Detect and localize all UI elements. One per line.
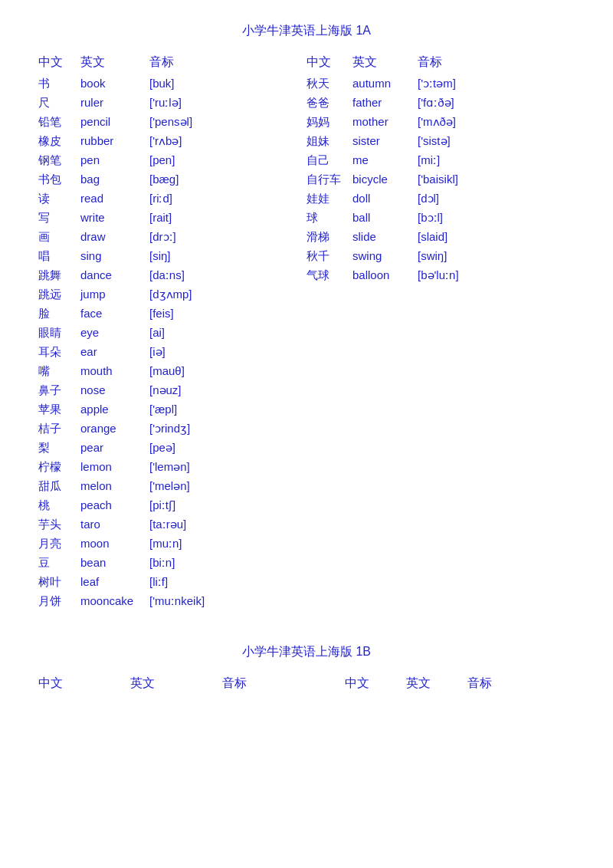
header-row-right: 中文 英文 音标: [306, 54, 575, 71]
vocab-zh: 唱: [38, 249, 80, 264]
vocab-en: read: [80, 192, 149, 205]
list-item: 跳远 jump [dʒʌmp]: [38, 288, 306, 302]
vocab-zh: 读: [38, 192, 80, 206]
list-item: 眼睛 eye [ai]: [38, 326, 306, 340]
list-item: 滑梯 slide [slaid]: [306, 230, 575, 245]
1b-header-en-right: 英文: [406, 676, 467, 692]
vocab-ph: ['ɔːtəm]: [418, 77, 456, 90]
vocab-zh: 脸: [38, 307, 80, 321]
vocab-zh: 娃娃: [306, 192, 352, 206]
vocab-en: melon: [80, 479, 149, 492]
vocab-zh: 树叶: [38, 575, 80, 590]
vocab-ph: [buk]: [149, 77, 175, 90]
vocab-en: balloon: [352, 268, 418, 281]
vocab-zh: 铅笔: [38, 115, 80, 130]
list-item: 钢笔 pen [pen]: [38, 153, 306, 168]
vocab-ph: [piːtʃ]: [149, 498, 175, 512]
vocab-en: doll: [352, 192, 418, 205]
vocab-zh: 滑梯: [306, 230, 352, 245]
list-item: 画 draw [drɔː]: [38, 230, 306, 245]
list-item: 秋天 autumn ['ɔːtəm]: [306, 77, 575, 91]
vocab-ph: [muːn]: [149, 537, 182, 551]
vocab-en: pen: [80, 153, 149, 166]
vocab-zh: 跳舞: [38, 268, 80, 283]
list-item: 脸 face [feis]: [38, 307, 306, 321]
vocab-ph: ['fɑːðə]: [418, 96, 454, 110]
list-item: 桃 peach [piːtʃ]: [38, 498, 306, 513]
list-item: 甜瓜 melon ['melən]: [38, 479, 306, 494]
vocab-ph: [biːn]: [149, 556, 175, 570]
list-item: 秋千 swing [swiŋ]: [306, 249, 575, 264]
vocab-ph: [daːns]: [149, 268, 185, 282]
header-ph-left: 音标: [149, 54, 174, 71]
vocab-en: face: [80, 307, 149, 320]
vocab-zh: 月亮: [38, 537, 80, 551]
header-row-left: 中文 英文 音标: [38, 54, 306, 71]
list-item: 读 read [riːd]: [38, 192, 306, 206]
vocab-en: rubber: [80, 134, 149, 147]
1b-header-zh-left: 中文: [38, 676, 130, 692]
vocab-en: jump: [80, 288, 149, 301]
vocab-en: autumn: [352, 77, 418, 90]
list-item: 球 ball [bɔːl]: [306, 211, 575, 225]
vocab-en: mother: [352, 115, 418, 128]
vocab-en: mouth: [80, 364, 149, 377]
vocab-en: draw: [80, 230, 149, 243]
vocab-zh: 画: [38, 230, 80, 245]
vocab-ph: [dʒʌmp]: [149, 288, 192, 301]
vocab-ph: [pen]: [149, 153, 175, 166]
page-title-1a: 小学牛津英语上海版 1A: [38, 23, 575, 39]
left-vocab-list: 书 book [buk] 尺 ruler ['ruːlə] 铅笔 pencil …: [38, 77, 306, 609]
vocab-ph: [rait]: [149, 211, 172, 224]
list-item: 苹果 apple ['æpl]: [38, 403, 306, 417]
vocab-ph: [peə]: [149, 441, 175, 455]
vocab-zh: 甜瓜: [38, 479, 80, 494]
vocab-ph: ['ɔrindʒ]: [149, 422, 190, 436]
vocab-en: mooncake: [80, 594, 149, 607]
vocab-ph: [slaid]: [418, 230, 447, 243]
vocab-ph: [ai]: [149, 326, 165, 339]
vocab-zh: 爸爸: [306, 96, 352, 110]
1b-header-ph-left: 音标: [222, 676, 345, 692]
vocab-zh: 尺: [38, 96, 80, 110]
right-column: 中文 英文 音标 秋天 autumn ['ɔːtəm] 爸爸 father ['…: [306, 54, 575, 613]
vocab-en: book: [80, 77, 149, 90]
vocab-en: lemon: [80, 460, 149, 473]
vocab-en: bean: [80, 556, 149, 569]
list-item: 自己 me [miː]: [306, 153, 575, 168]
vocab-zh: 桃: [38, 498, 80, 513]
vocab-ph: [dɔl]: [418, 192, 439, 205]
list-item: 梨 pear [peə]: [38, 441, 306, 455]
vocab-zh: 钢笔: [38, 153, 80, 168]
list-item: 柠檬 lemon ['lemən]: [38, 460, 306, 475]
list-item: 自行车 bicycle ['baisikl]: [306, 173, 575, 187]
vocab-en: moon: [80, 537, 149, 550]
header-zh-right: 中文: [306, 54, 352, 71]
vocab-zh: 书包: [38, 173, 80, 187]
vocab-en: ruler: [80, 96, 149, 109]
vocab-en: bicycle: [352, 173, 418, 186]
list-item: 豆 bean [biːn]: [38, 556, 306, 570]
vocab-ph: [taːrəu]: [149, 518, 186, 531]
list-item: 橡皮 rubber ['rʌbə]: [38, 134, 306, 149]
list-item: 书包 bag [bæg]: [38, 173, 306, 187]
vocab-ph: [swiŋ]: [418, 249, 447, 262]
list-item: 树叶 leaf [liːf]: [38, 575, 306, 590]
vocab-zh: 芋头: [38, 518, 80, 532]
vocab-zh: 苹果: [38, 403, 80, 417]
vocab-ph: ['lemən]: [149, 460, 190, 474]
list-item: 妈妈 mother ['mʌðə]: [306, 115, 575, 130]
vocab-ph: [bæg]: [149, 173, 179, 186]
vocab-ph: [feis]: [149, 307, 174, 320]
list-item: 桔子 orange ['ɔrindʒ]: [38, 422, 306, 436]
vocab-en: swing: [352, 249, 418, 262]
list-item: 尺 ruler ['ruːlə]: [38, 96, 306, 110]
list-item: 爸爸 father ['fɑːðə]: [306, 96, 575, 110]
list-item: 耳朵 ear [iə]: [38, 345, 306, 360]
vocab-zh: 柠檬: [38, 460, 80, 475]
header-en-left: 英文: [80, 54, 149, 71]
vocab-en: ear: [80, 345, 149, 358]
vocab-zh: 鼻子: [38, 383, 80, 398]
list-item: 气球 balloon [bə'luːn]: [306, 268, 575, 283]
vocab-en: apple: [80, 403, 149, 416]
